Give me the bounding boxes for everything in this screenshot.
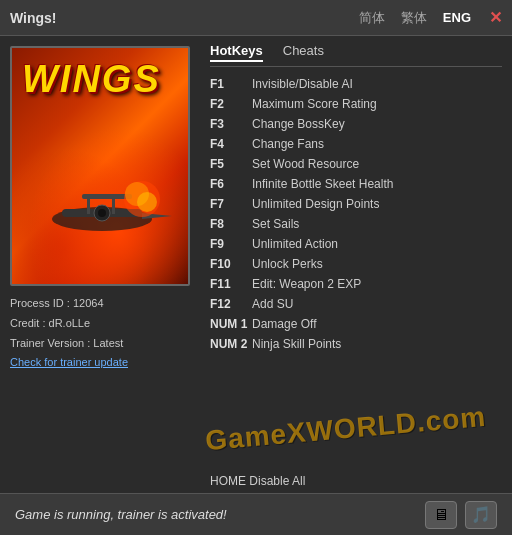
disable-all-section: HOME Disable All [210,474,502,488]
hotkey-key: F2 [210,95,252,113]
status-bar: Game is running, trainer is activated! 🖥… [0,493,512,535]
hotkey-row: F11Edit: Weapon 2 EXP [210,275,502,293]
hotkey-label: Edit: Weapon 2 EXP [252,275,361,293]
hotkey-label: Infinite Bottle Skeet Health [252,175,393,193]
hotkey-key: F7 [210,195,252,213]
hotkey-label: Add SU [252,295,293,313]
hotkey-row: F10Unlock Perks [210,255,502,273]
hotkey-key: F6 [210,175,252,193]
tab-hotkeys[interactable]: HotKeys [210,41,263,62]
hotkey-key: F11 [210,275,252,293]
svg-rect-4 [87,199,90,214]
plane-decoration [32,164,172,244]
svg-point-10 [137,192,157,212]
hotkey-row: F9Unlimited Action [210,235,502,253]
hotkey-label: Unlimited Design Points [252,195,379,213]
main-content: WINGS Process ID : 12064 Credit : dR. [0,36,512,493]
monitor-icon: 🖥 [433,506,449,524]
game-image: WINGS [10,46,190,286]
hotkey-label: Unlock Perks [252,255,323,273]
hotkey-key: F9 [210,235,252,253]
hotkey-label: Ninja Skill Points [252,335,341,353]
svg-rect-5 [112,199,115,214]
hotkey-key: F1 [210,75,252,93]
hotkey-key: F8 [210,215,252,233]
hotkey-label: Set Sails [252,215,299,233]
hotkey-row: F5Set Wood Resource [210,155,502,173]
hotkey-label: Set Wood Resource [252,155,359,173]
hotkey-key: F3 [210,115,252,133]
hotkey-key: F12 [210,295,252,313]
hotkey-list: F1Invisible/Disable AIF2Maximum Score Ra… [210,75,502,466]
process-id: Process ID : 12064 [10,294,190,314]
window-title: Wings! [10,10,355,26]
lang-traditional[interactable]: 繁体 [397,7,431,29]
tab-cheats[interactable]: Cheats [283,41,324,62]
tabs: HotKeys Cheats [210,41,502,67]
trainer-version: Trainer Version : Latest [10,334,190,354]
hotkey-key: F4 [210,135,252,153]
process-info: Process ID : 12064 Credit : dR.oLLe Trai… [10,294,190,373]
hotkey-label: Unlimited Action [252,235,338,253]
hotkey-key: NUM 2 [210,335,252,353]
hotkey-row: F6Infinite Bottle Skeet Health [210,175,502,193]
hotkey-row: NUM 2Ninja Skill Points [210,335,502,353]
status-text: Game is running, trainer is activated! [15,507,227,522]
hotkey-key: F5 [210,155,252,173]
language-bar: 简体 繁体 ENG ✕ [355,7,502,29]
credit: Credit : dR.oLLe [10,314,190,334]
hotkey-row: F2Maximum Score Rating [210,95,502,113]
hotkey-row: F12Add SU [210,295,502,313]
game-image-title: WINGS [22,58,161,101]
disable-all-label: Disable All [249,474,305,488]
svg-point-7 [98,209,106,217]
check-update-link[interactable]: Check for trainer update [10,356,128,368]
hotkey-label: Change BossKey [252,115,345,133]
hotkey-row: F3Change BossKey [210,115,502,133]
hotkey-row: F4Change Fans [210,135,502,153]
title-bar: Wings! 简体 繁体 ENG ✕ [0,0,512,36]
monitor-icon-button[interactable]: 🖥 [425,501,457,529]
status-icons: 🖥 🎵 [425,501,497,529]
hotkey-label: Maximum Score Rating [252,95,377,113]
left-panel: WINGS Process ID : 12064 Credit : dR. [0,36,200,493]
hotkey-key: NUM 1 [210,315,252,333]
lang-english[interactable]: ENG [439,8,475,27]
disable-all-key: HOME [210,474,249,488]
music-icon-button[interactable]: 🎵 [465,501,497,529]
hotkey-row: F7Unlimited Design Points [210,195,502,213]
hotkey-label: Change Fans [252,135,324,153]
hotkey-label: Invisible/Disable AI [252,75,353,93]
hotkey-label: Damage Off [252,315,316,333]
hotkey-row: F8Set Sails [210,215,502,233]
close-button[interactable]: ✕ [489,8,502,27]
hotkey-row: NUM 1Damage Off [210,315,502,333]
music-icon: 🎵 [471,505,491,524]
lang-simplified[interactable]: 简体 [355,7,389,29]
hotkey-key: F10 [210,255,252,273]
hotkey-row: F1Invisible/Disable AI [210,75,502,93]
right-panel: HotKeys Cheats F1Invisible/Disable AIF2M… [200,36,512,493]
